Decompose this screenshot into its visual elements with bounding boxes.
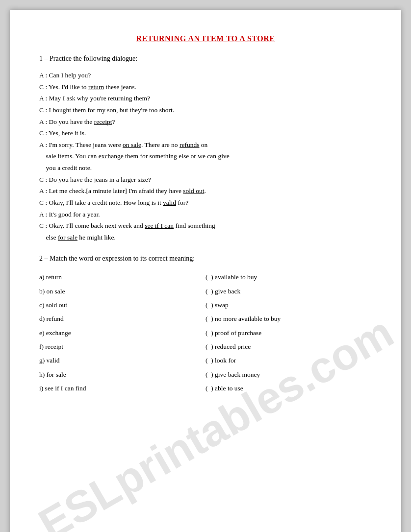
match-right-4: ( ) no more available to buy bbox=[206, 312, 372, 326]
dialogue-line-6: C : Yes, here it is. bbox=[39, 127, 372, 139]
dialogue-line-9: A : Let me check.[a minute later] I'm af… bbox=[39, 185, 372, 197]
dialogue-line-1: A : Can I help you? bbox=[39, 70, 372, 81]
matching-row-4: d) refund ( ) no more available to buy bbox=[39, 312, 372, 326]
section2-label: 2 – Match the word or expression to its … bbox=[39, 255, 372, 263]
matching-row-7: g) valid ( ) look for bbox=[39, 354, 372, 367]
match-left-8: h) for sale bbox=[39, 368, 206, 382]
match-left-5: e) exchange bbox=[39, 326, 206, 340]
match-right-5: ( ) proof of purchase bbox=[206, 326, 372, 340]
match-right-2: ( ) give back bbox=[206, 285, 372, 298]
content: RETURNING AN ITEM TO A STORE 1 – Practic… bbox=[39, 34, 372, 395]
match-left-3: c) sold out bbox=[39, 298, 206, 312]
dialogue-line-10: C : Okay, I'll take a credit note. How l… bbox=[39, 197, 372, 209]
dialogue-line-4: C : I bought them for my son, but they'r… bbox=[39, 104, 372, 116]
matching-row-9: i) see if I can find ( ) able to use bbox=[39, 382, 372, 395]
matching-row-5: e) exchange ( ) proof of purchase bbox=[39, 326, 372, 340]
match-right-6: ( ) reduced price bbox=[206, 340, 372, 354]
matching-row-8: h) for sale ( ) give back money bbox=[39, 368, 372, 382]
matching-table: a) return ( ) available to buy b) on sal… bbox=[39, 270, 372, 395]
dialogue-line-5: A : Do you have the receipt? bbox=[39, 116, 372, 128]
matching-row-6: f) receipt ( ) reduced price bbox=[39, 340, 372, 354]
match-left-9: i) see if I can find bbox=[39, 382, 206, 395]
dialogue-line-7c: you a credit note. bbox=[39, 162, 372, 174]
dialogue-line-12b: else for sale he might like. bbox=[39, 232, 372, 243]
dialogue-line-7: A : I'm sorry. These jeans were on sale.… bbox=[39, 139, 372, 151]
page: ESLprintables.com RETURNING AN ITEM TO A… bbox=[10, 10, 401, 532]
dialogue-line-3: A : May I ask why you're returning them? bbox=[39, 93, 372, 104]
matching-row-1: a) return ( ) available to buy bbox=[39, 270, 372, 284]
matching-row-3: c) sold out ( ) swap bbox=[39, 298, 372, 312]
page-title: RETURNING AN ITEM TO A STORE bbox=[39, 34, 372, 43]
dialogue-line-12: C : Okay. I'll come back next week and s… bbox=[39, 220, 372, 232]
match-left-4: d) refund bbox=[39, 312, 206, 326]
match-right-7: ( ) look for bbox=[206, 354, 372, 367]
dialogue-line-2: C : Yes. I'd like to return these jeans. bbox=[39, 81, 372, 93]
dialogue: A : Can I help you? C : Yes. I'd like to… bbox=[39, 70, 372, 243]
match-left-1: a) return bbox=[39, 270, 206, 284]
match-left-2: b) on sale bbox=[39, 285, 206, 298]
matching-row-2: b) on sale ( ) give back bbox=[39, 285, 372, 298]
match-right-1: ( ) available to buy bbox=[206, 270, 372, 284]
match-right-9: ( ) able to use bbox=[206, 382, 372, 395]
dialogue-line-11: A : It's good for a year. bbox=[39, 209, 372, 220]
match-right-3: ( ) swap bbox=[206, 298, 372, 312]
match-left-7: g) valid bbox=[39, 354, 206, 367]
dialogue-line-8: C : Do you have the jeans in a larger si… bbox=[39, 174, 372, 186]
match-left-6: f) receipt bbox=[39, 340, 206, 354]
dialogue-line-7b: sale items. You can exchange them for so… bbox=[39, 150, 372, 162]
match-right-8: ( ) give back money bbox=[206, 368, 372, 382]
section1-label: 1 – Practice the following dialogue: bbox=[39, 55, 372, 63]
